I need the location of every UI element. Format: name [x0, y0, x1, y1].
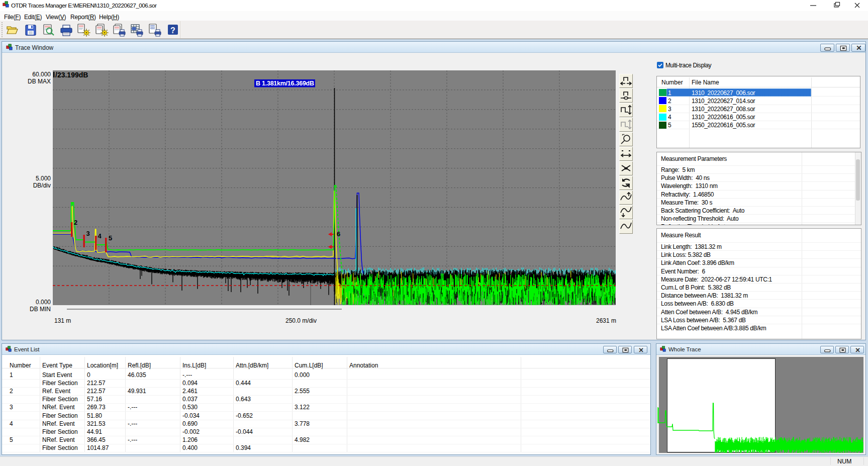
svg-text:4: 4 [98, 232, 102, 240]
svg-text:✕: ✕ [856, 44, 861, 51]
svg-text:3: 3 [86, 230, 90, 237]
svg-text:B 1.381km/16.369dB: B 1.381km/16.369dB [256, 80, 314, 87]
svg-text:5: 5 [109, 234, 112, 242]
svg-text:?: ? [170, 26, 175, 35]
svg-text:2: 2 [74, 219, 77, 226]
svg-text:✕: ✕ [855, 346, 860, 353]
svg-text:✕: ✕ [638, 346, 644, 353]
svg-text:/23.199dB: /23.199dB [55, 71, 88, 79]
svg-text:6: 6 [337, 230, 340, 238]
